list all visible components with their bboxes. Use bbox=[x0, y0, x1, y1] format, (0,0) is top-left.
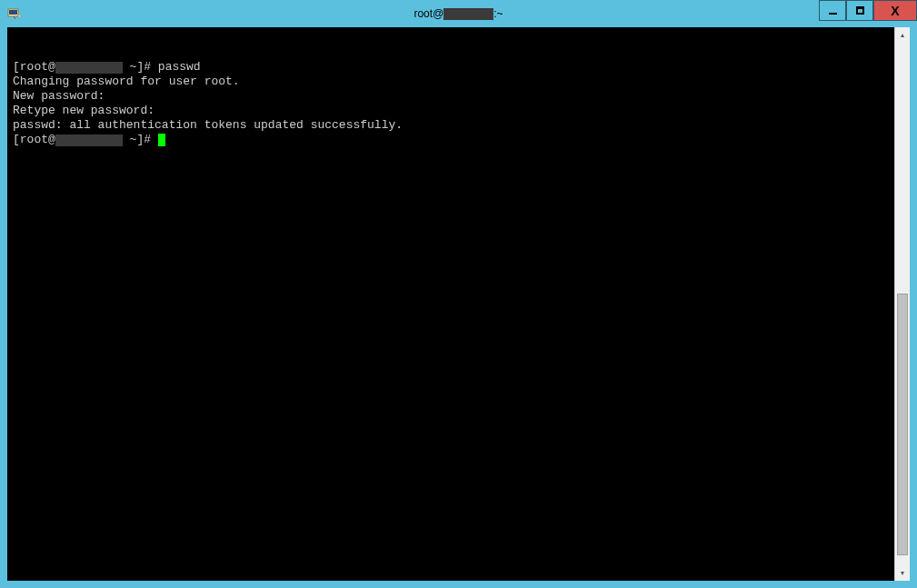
title-suffix: :~ bbox=[493, 7, 503, 20]
terminal-output[interactable]: [root@ ~]# passwdChanging password for u… bbox=[7, 27, 894, 581]
terminal-container: [root@ ~]# passwdChanging password for u… bbox=[7, 27, 910, 581]
window-title: root@:~ bbox=[414, 7, 503, 20]
title-prefix: root@ bbox=[414, 7, 444, 20]
window-controls: X bbox=[819, 0, 917, 21]
scroll-down-arrow[interactable]: ▾ bbox=[895, 565, 910, 581]
chevron-down-icon: ▾ bbox=[901, 569, 904, 577]
vertical-scrollbar[interactable]: ▴ ▾ bbox=[894, 27, 910, 581]
svg-rect-1 bbox=[9, 10, 17, 15]
scroll-up-arrow[interactable]: ▴ bbox=[895, 27, 910, 43]
scroll-thumb[interactable] bbox=[897, 294, 908, 555]
terminal-line: passwd: all authentication tokens update… bbox=[13, 118, 889, 133]
terminal-line: [root@ ~]# passwd bbox=[13, 60, 889, 75]
cursor-icon bbox=[158, 134, 165, 146]
prompt-prefix: [root@ bbox=[13, 60, 55, 74]
prompt-redacted-host bbox=[55, 135, 123, 146]
minimize-icon bbox=[829, 13, 837, 15]
maximize-icon bbox=[856, 6, 864, 15]
svg-rect-2 bbox=[18, 15, 21, 17]
prompt-prefix: [root@ bbox=[13, 133, 55, 146]
terminal-line: New password: bbox=[13, 89, 889, 104]
close-icon: X bbox=[891, 4, 899, 18]
prompt-suffix: ~]# bbox=[123, 133, 158, 146]
scroll-track[interactable] bbox=[895, 43, 910, 565]
prompt-suffix: ~]# bbox=[123, 60, 158, 74]
command-text: passwd bbox=[158, 60, 201, 74]
chevron-up-icon: ▴ bbox=[901, 31, 904, 39]
maximize-button[interactable] bbox=[846, 0, 873, 21]
terminal-line: Changing password for user root. bbox=[13, 75, 889, 89]
prompt-redacted-host bbox=[55, 62, 123, 74]
terminal-line: [root@ ~]# bbox=[13, 133, 889, 147]
close-button[interactable]: X bbox=[873, 0, 917, 21]
minimize-button[interactable] bbox=[819, 0, 846, 21]
title-redacted-host bbox=[444, 8, 493, 20]
putty-icon bbox=[7, 6, 22, 21]
window-titlebar[interactable]: root@:~ X bbox=[0, 0, 917, 27]
terminal-line: Retype new password: bbox=[13, 104, 889, 118]
